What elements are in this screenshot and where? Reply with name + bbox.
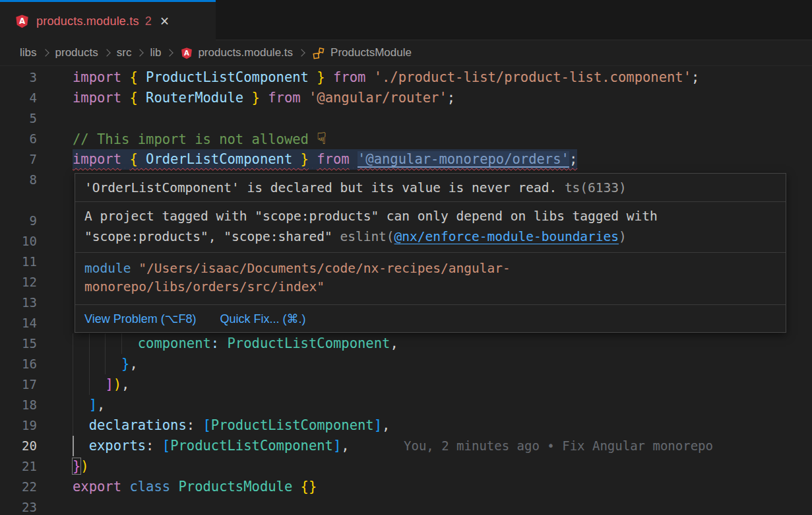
code-line[interactable]: 6// This import is not allowed ☟ xyxy=(0,129,812,149)
breadcrumb-item-file[interactable]: products.module.ts xyxy=(198,46,293,59)
close-icon[interactable]: × xyxy=(160,15,169,28)
ts-diagnostic-code: ts(6133) xyxy=(557,180,627,195)
code-token: component xyxy=(138,335,211,351)
code-token: ) xyxy=(113,376,121,392)
code-text: }) xyxy=(73,456,89,477)
code-text: import { ProductListComponent } from './… xyxy=(73,67,699,88)
module-path-text2: monorepo/libs/orders/src/index" xyxy=(84,278,776,296)
code-line[interactable]: 3import { ProductListComponent } from '.… xyxy=(0,67,812,88)
symbol-class-icon xyxy=(313,47,325,59)
code-line[interactable]: 17 ]), xyxy=(0,374,812,395)
line-number[interactable]: 6 xyxy=(0,129,37,149)
code-text: export class ProductsModule {} xyxy=(73,477,317,497)
eslint-source-prefix: eslint( xyxy=(340,229,394,244)
code-token: { xyxy=(129,90,137,106)
line-number[interactable]: 13 xyxy=(0,292,37,313)
code-token: '@angular/router' xyxy=(309,90,447,106)
line-number[interactable]: 14 xyxy=(0,313,37,333)
code-token: } xyxy=(121,356,129,372)
line-number[interactable]: 22 xyxy=(0,477,37,497)
ts-diagnostic-message: 'OrderListComponent' is declared but its… xyxy=(75,174,786,201)
code-token: , xyxy=(121,376,129,392)
line-number[interactable]: 23 xyxy=(0,497,37,515)
line-number[interactable]: 8 xyxy=(0,170,37,190)
code-token: ] xyxy=(89,397,97,413)
breadcrumb-item-libs[interactable]: libs xyxy=(20,46,37,59)
module-specifier-link[interactable]: '@angular-monorepo/orders' xyxy=(358,151,569,167)
code-token: ; xyxy=(691,69,699,85)
module-path-line1: module "/Users/isaac/Documents/code/nx-r… xyxy=(84,259,776,278)
code-token xyxy=(154,438,162,454)
code-line[interactable]: 19 declarations: [ProductListComponent], xyxy=(0,415,812,436)
code-token: ; xyxy=(447,90,455,106)
line-number[interactable]: 19 xyxy=(0,415,37,436)
code-line[interactable]: 18 ], xyxy=(0,395,812,415)
git-blame-annotation: You, 2 minutes ago • Fix Angular monorep… xyxy=(404,436,713,456)
line-number[interactable]: 11 xyxy=(0,252,37,272)
code-line[interactable]: 23 xyxy=(0,497,812,515)
quick-fix-action[interactable]: Quick Fix... (⌘.) xyxy=(220,312,305,326)
code-token: ProductListComponent xyxy=(228,335,390,351)
breadcrumb-item-symbol[interactable]: ProductsModule xyxy=(330,46,412,59)
code-line[interactable]: 15 component: ProductListComponent, xyxy=(0,333,812,354)
line-number[interactable]: 10 xyxy=(0,231,37,252)
popup-action-bar: View Problem (⌥F8) Quick Fix... (⌘.) xyxy=(75,305,786,332)
line-number[interactable]: 17 xyxy=(0,374,37,395)
tab-bar: A products.module.ts 2 × xyxy=(0,0,812,40)
code-token: ; xyxy=(569,151,577,167)
code-token: , xyxy=(341,438,349,454)
line-number[interactable]: 20 xyxy=(0,436,37,456)
code-token: from xyxy=(268,90,300,106)
eslint-message-line2: "scope:products", "scope:shared" eslint(… xyxy=(84,226,776,247)
line-number[interactable]: 4 xyxy=(0,88,37,108)
line-number[interactable]: 7 xyxy=(0,149,37,170)
code-text-error: import { OrderListComponent } from '@ang… xyxy=(73,149,577,170)
code-token: } xyxy=(252,90,260,106)
breadcrumb-item-lib[interactable]: lib xyxy=(150,46,161,59)
code-line[interactable]: 7import { OrderListComponent } from '@an… xyxy=(0,149,812,170)
line-number[interactable]: 5 xyxy=(0,108,37,129)
breadcrumb-item-src[interactable]: src xyxy=(117,46,132,59)
angular-file-icon: A xyxy=(181,47,193,59)
breadcrumb: libs products src lib A products.module.… xyxy=(0,40,812,66)
code-token: : xyxy=(187,417,195,433)
code-token: import xyxy=(73,69,121,85)
code-token xyxy=(365,69,373,85)
code-token: class xyxy=(129,479,170,495)
code-token: : xyxy=(211,335,219,351)
code-line[interactable]: 20 exports: [ProductListComponent],You, … xyxy=(0,436,812,456)
code-line[interactable]: 22export class ProductsModule {} xyxy=(0,477,812,497)
code-line[interactable]: 5 xyxy=(0,108,812,129)
view-problem-action[interactable]: View Problem (⌥F8) xyxy=(84,312,196,326)
line-number[interactable]: 9 xyxy=(0,211,37,231)
line-number[interactable]: 18 xyxy=(0,395,37,415)
vscode-window: A products.module.ts 2 × libs products s… xyxy=(0,0,812,515)
code-token xyxy=(73,397,89,413)
code-token xyxy=(73,356,121,372)
code-token: ProductsModule xyxy=(178,479,292,495)
breadcrumb-item-products[interactable]: products xyxy=(55,46,98,59)
code-token: declarations xyxy=(89,417,187,433)
code-editor[interactable]: 3import { ProductListComponent } from '.… xyxy=(0,66,812,515)
code-line[interactable]: 4import { RouterModule } from '@angular/… xyxy=(0,88,812,108)
code-token: {} xyxy=(301,479,317,495)
line-number[interactable]: 16 xyxy=(0,354,37,374)
code-token xyxy=(73,376,105,392)
code-line[interactable]: 16 }, xyxy=(0,354,812,374)
line-number[interactable]: 15 xyxy=(0,333,37,354)
code-token xyxy=(309,151,317,167)
code-line[interactable]: 21}) xyxy=(0,456,812,477)
eslint-rule-link[interactable]: @nx/enforce-module-boundaries xyxy=(394,229,619,244)
chevron-right-icon xyxy=(42,49,49,56)
line-number[interactable]: 12 xyxy=(0,272,37,292)
tab-title: products.module.ts xyxy=(36,15,139,28)
code-token xyxy=(73,438,89,454)
line-number[interactable]: 21 xyxy=(0,456,37,477)
code-token: ] xyxy=(105,376,113,392)
eslint-message-line2-text: "scope:products", "scope:shared" xyxy=(84,229,340,244)
code-token: RouterModule xyxy=(138,90,252,106)
code-token: from xyxy=(333,69,365,85)
line-number[interactable]: 3 xyxy=(0,67,37,88)
code-token: ] xyxy=(374,417,382,433)
tab-products-module[interactable]: A products.module.ts 2 × xyxy=(0,0,216,40)
